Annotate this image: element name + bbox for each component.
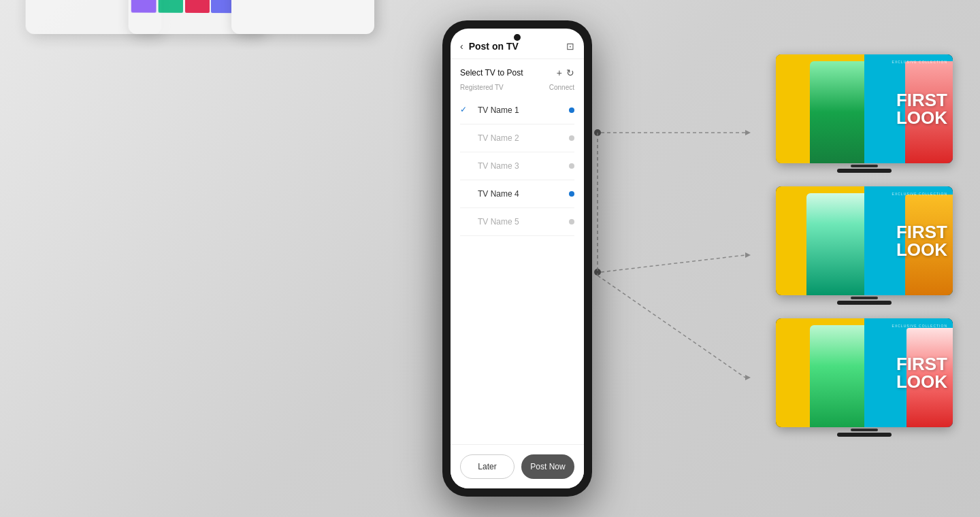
photo-cell [185, 0, 210, 13]
tv2-line2: LOOK [896, 241, 947, 258]
tv-list: ✓ TV Name 1 ✓ TV Name 2 ✓ TV Name 3 ✓ TV… [451, 97, 584, 236]
tv-name-3: TV Name 3 [478, 161, 569, 171]
tv-stand-2 [851, 297, 878, 299]
post-tv-header: ‹ Post on TV ⊡ [451, 29, 584, 59]
svg-line-6 [598, 276, 745, 378]
tv-list-item[interactable]: ✓ TV Name 2 [460, 124, 574, 152]
post-tv-title: Post on TV [469, 41, 566, 52]
svg-point-0 [594, 129, 601, 136]
smartphone: ‹ Post on TV ⊡ Select TV to Post + ↻ Reg… [442, 20, 592, 497]
tv-list-item[interactable]: ✓ TV Name 5 [460, 208, 574, 236]
tv-base-3 [837, 433, 892, 437]
tv-cyan-3: EXCLUSIVE COLLECTION FIRST LOOK [864, 318, 953, 427]
tv-name-1: TV Name 1 [478, 105, 569, 115]
tv-list-item[interactable]: ✓ TV Name 3 [460, 152, 574, 180]
refresh-tv-btn[interactable]: ↻ [566, 67, 574, 78]
svg-marker-5 [745, 252, 751, 258]
post-tv-back-btn[interactable]: ‹ [460, 41, 463, 52]
tv-inner-1: EXCLUSIVE COLLECTION FIRST LOOK [776, 54, 953, 163]
tv-name-5: TV Name 5 [478, 217, 569, 227]
tv-stand-1 [851, 165, 878, 167]
tv1-line2: LOOK [896, 109, 947, 127]
tv1-excl: EXCLUSIVE COLLECTION [892, 60, 947, 64]
tv-inner-2: EXCLUSIVE COLLECTION FIRST LOOK [776, 186, 953, 295]
photo-cell [131, 0, 157, 13]
tv2-excl: EXCLUSIVE COLLECTION [892, 192, 947, 196]
tv-yellow-3 [776, 318, 864, 427]
tv-screens-area: EXCLUSIVE COLLECTION FIRST LOOK [776, 54, 953, 437]
tv-cyan-1: EXCLUSIVE COLLECTION FIRST LOOK [864, 54, 953, 163]
tv3-line1: FIRST [896, 355, 947, 373]
tv-status-dot-4 [569, 191, 574, 197]
tv-3-wrapper: EXCLUSIVE COLLECTION FIRST LOOK [776, 318, 953, 437]
tv-status-dot-3 [569, 163, 574, 169]
tv-inner-3: EXCLUSIVE COLLECTION FIRST LOOK [776, 318, 953, 427]
tv-2-wrapper: EXCLUSIVE COLLECTION FIRST LOOK [776, 186, 953, 305]
tv-screen-3: EXCLUSIVE COLLECTION FIRST LOOK [776, 318, 953, 427]
svg-point-3 [594, 269, 601, 276]
tv-yellow-1 [776, 54, 864, 163]
select-tv-actions: + ↻ [557, 67, 574, 78]
post-tv-footer: Later Post Now [451, 444, 584, 488]
checkmark-icon-1: ✓ [460, 105, 471, 116]
select-tv-label: Select TV to Post [460, 68, 523, 78]
tv-status-dot-2 [569, 135, 574, 141]
smartphone-screen: ‹ Post on TV ⊡ Select TV to Post + ↻ Reg… [451, 29, 584, 488]
post-tv-expand-btn[interactable]: ⊡ [566, 41, 574, 52]
tv-stand-3 [851, 429, 878, 431]
tv-cyan-2: EXCLUSIVE COLLECTION FIRST LOOK [864, 186, 953, 295]
photo-cell [158, 0, 182, 13]
add-tv-btn[interactable]: + [557, 67, 562, 78]
tv-status-dot-1 [569, 107, 574, 113]
tv3-excl: EXCLUSIVE COLLECTION [892, 324, 947, 328]
svg-marker-2 [745, 130, 751, 135]
select-tv-row: Select TV to Post + ↻ [451, 59, 584, 84]
registered-label: Registered TV [460, 84, 504, 91]
tv-base-1 [837, 169, 892, 173]
tv-name-4: TV Name 4 [478, 189, 569, 199]
connect-label: Connect [549, 84, 574, 91]
post-now-button[interactable]: Post Now [521, 454, 574, 479]
registered-connect-row: Registered TV Connect [451, 84, 584, 97]
tv-status-dot-5 [569, 219, 574, 224]
tv3-line2: LOOK [896, 373, 947, 390]
tv1-line1: FIRST [896, 91, 947, 109]
tv-name-2: TV Name 2 [478, 133, 569, 143]
camera-notch [514, 34, 521, 41]
svg-marker-7 [745, 375, 751, 380]
tv-yellow-2 [776, 186, 864, 295]
later-button[interactable]: Later [460, 454, 514, 479]
tv-screen-1: EXCLUSIVE COLLECTION FIRST LOOK [776, 54, 953, 163]
tv-list-item[interactable]: ✓ TV Name 1 [460, 97, 574, 124]
tv-screen-2: EXCLUSIVE COLLECTION FIRST LOOK [776, 186, 953, 295]
svg-line-4 [601, 255, 745, 272]
tv-list-item[interactable]: ✓ TV Name 4 [460, 180, 574, 208]
panel-3: ▲ ‹ Edit Template ⊡ ✓ EXCLUSIVE COLLECTI… [231, 0, 374, 34]
tv2-line1: FIRST [896, 223, 947, 241]
tv-1-wrapper: EXCLUSIVE COLLECTION FIRST LOOK [776, 54, 953, 173]
tv-base-2 [837, 301, 892, 305]
